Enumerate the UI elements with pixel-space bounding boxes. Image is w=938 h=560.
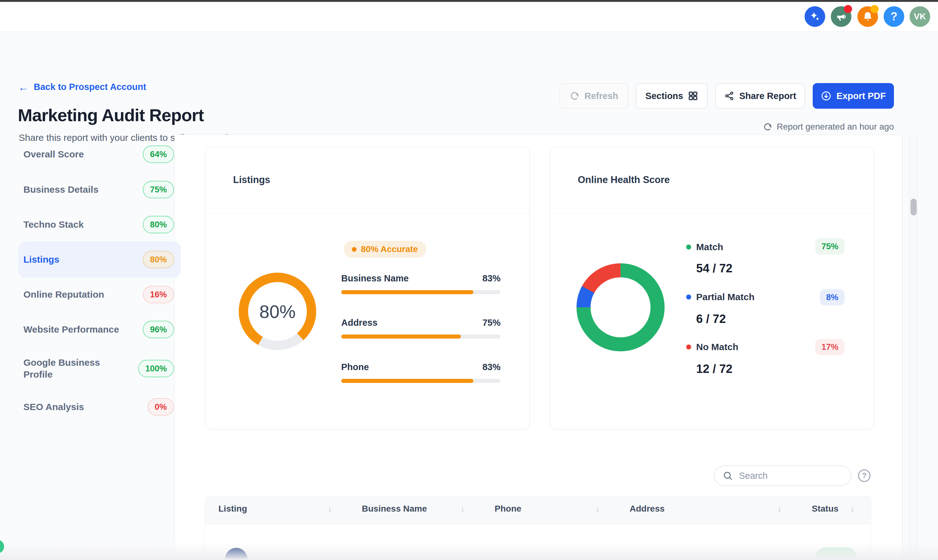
sidebar-item-label: Business Details	[23, 184, 99, 195]
legend-count-partial-match: 6 / 72	[696, 311, 726, 326]
top-navigation-bar: ? VK	[0, 2, 938, 32]
notification-badge-dot	[870, 5, 879, 13]
sidebar-item-techno-stack[interactable]: Techno Stack 80%	[18, 206, 181, 243]
card-header-divider	[550, 213, 873, 214]
content-right-divider	[902, 135, 903, 560]
sidebar-item-label: Overall Score	[23, 148, 84, 160]
column-header-phone[interactable]: Phone	[494, 504, 522, 514]
score-pill: 96%	[143, 321, 174, 338]
score-pill: 80%	[143, 251, 174, 268]
sidebar-item-label: Listings	[23, 254, 59, 266]
sidebar-item-online-reputation[interactable]: Online Reputation 16%	[18, 276, 181, 312]
metric-value: 83%	[482, 361, 501, 373]
score-pill: 75%	[143, 181, 174, 198]
accuracy-badge: 80% Accurate	[344, 241, 426, 258]
bell-glyph	[862, 11, 873, 22]
legend-count-no-match: 12 / 72	[696, 362, 732, 376]
back-to-prospect-link[interactable]: ← Back to Prospect Account	[18, 82, 146, 92]
sidebar-item-label: Online Reputation	[23, 289, 104, 300]
refresh-button[interactable]: Refresh	[559, 83, 628, 109]
generated-note-text: Report generated an hour ago	[777, 122, 894, 132]
no-match-dot-icon	[686, 345, 691, 349]
report-header: ← Back to Prospect Account Marketing Aud…	[0, 32, 938, 135]
sidebar-item-listings[interactable]: Listings 80%	[18, 242, 181, 278]
sidebar-item-business-details[interactable]: Business Details 75%	[18, 171, 181, 208]
column-header-status[interactable]: Status	[812, 504, 839, 514]
online-health-score-card: Online Health Score Match 75% 54 / 72 Pa…	[550, 147, 874, 429]
legend-badge-match: 75%	[815, 238, 844, 255]
match-dot-icon	[686, 245, 691, 249]
megaphone-glyph	[836, 11, 846, 22]
legend-badge-partial-match: 8%	[820, 289, 844, 305]
ai-sparkle-icon[interactable]	[805, 6, 825, 27]
listings-card: Listings 80% Accurate 80% Business Name …	[205, 147, 530, 429]
sidebar-item-label: Google Business Profile	[23, 357, 117, 380]
regenerate-icon	[763, 122, 772, 131]
table-help-icon[interactable]: ?	[858, 469, 870, 482]
sort-icon-status[interactable]: ↓	[850, 504, 855, 514]
back-arrow-icon: ←	[18, 83, 29, 92]
marketing-audit-report-page: ? VK ← Back to Prospect Account Marketin…	[0, 0, 938, 560]
sort-icon-phone[interactable]: ↓	[596, 504, 600, 514]
progress-track	[341, 290, 501, 294]
user-avatar[interactable]: VK	[910, 6, 930, 27]
table-header-row: Listing ↓ Business Name ↓ Phone ↓ Addres…	[205, 496, 871, 524]
accuracy-badge-text: 80% Accurate	[361, 244, 418, 254]
sidebar-item-google-business-profile[interactable]: Google Business Profile 100%	[18, 351, 181, 387]
report-generated-note: Report generated an hour ago	[763, 122, 894, 132]
chat-widget-button[interactable]	[0, 540, 4, 554]
sidebar-item-website-performance[interactable]: Website Performance 96%	[18, 311, 181, 348]
sections-grid-icon	[688, 91, 698, 101]
health-score-donut	[576, 263, 665, 351]
announcements-megaphone-icon[interactable]	[831, 6, 852, 27]
progress-fill	[341, 290, 473, 294]
sort-icon-business-name[interactable]: ↓	[461, 504, 465, 514]
legend-label-no-match: No Match	[696, 341, 738, 353]
export-pdf-label: Export PDF	[836, 91, 886, 101]
page-title: Marketing Audit Report	[18, 105, 204, 125]
sort-icon-address[interactable]: ↓	[778, 504, 782, 514]
listings-search	[714, 465, 852, 486]
metric-business-name: Business Name 83%	[341, 272, 501, 294]
metric-value: 83%	[482, 272, 501, 285]
listings-card-title: Listings	[233, 174, 270, 186]
avatar-initials: VK	[914, 12, 926, 22]
metric-phone: Phone 83%	[341, 361, 501, 383]
score-pill: 80%	[143, 216, 174, 233]
listings-table: Listing ↓ Business Name ↓ Phone ↓ Addres…	[205, 496, 871, 560]
score-pill: 16%	[143, 286, 174, 303]
unread-badge-dot	[844, 5, 852, 13]
legend-count-match: 54 / 72	[696, 261, 732, 276]
column-header-listing[interactable]: Listing	[219, 504, 247, 514]
metric-value: 75%	[482, 316, 501, 329]
progress-fill	[341, 334, 461, 338]
search-icon	[723, 471, 733, 481]
search-input[interactable]	[738, 470, 839, 481]
status-badge	[816, 548, 856, 560]
column-header-business-name[interactable]: Business Name	[362, 504, 427, 514]
refresh-icon	[570, 91, 580, 101]
share-icon	[724, 91, 734, 101]
help-icon[interactable]: ?	[884, 6, 904, 27]
share-report-button[interactable]: Share Report	[715, 83, 805, 109]
metric-address: Address 75%	[341, 316, 501, 338]
listings-accuracy-donut: 80%	[239, 273, 316, 350]
score-pill: 100%	[138, 360, 174, 377]
export-pdf-button[interactable]: Export PDF	[813, 83, 894, 109]
listing-logo-avatar	[225, 548, 248, 560]
metric-label: Business Name	[341, 272, 409, 285]
sidebar-item-overall-score[interactable]: Overall Score 64%	[18, 136, 181, 172]
legend-badge-no-match: 17%	[815, 339, 844, 355]
sort-icon-listing[interactable]: ↓	[328, 504, 332, 514]
sections-button[interactable]: Sections	[636, 83, 708, 109]
sparkle-glyph	[809, 11, 821, 22]
sections-label: Sections	[645, 91, 683, 101]
column-header-address[interactable]: Address	[630, 504, 665, 514]
accuracy-dot-icon	[352, 247, 356, 252]
score-pill: 0%	[148, 398, 174, 416]
back-link-label: Back to Prospect Account	[34, 82, 146, 92]
scrollbar-thumb[interactable]	[910, 198, 917, 215]
progress-fill	[341, 379, 473, 383]
notifications-bell-icon[interactable]	[857, 6, 878, 27]
sidebar-item-seo-analysis[interactable]: SEO Analysis 0%	[18, 389, 181, 425]
